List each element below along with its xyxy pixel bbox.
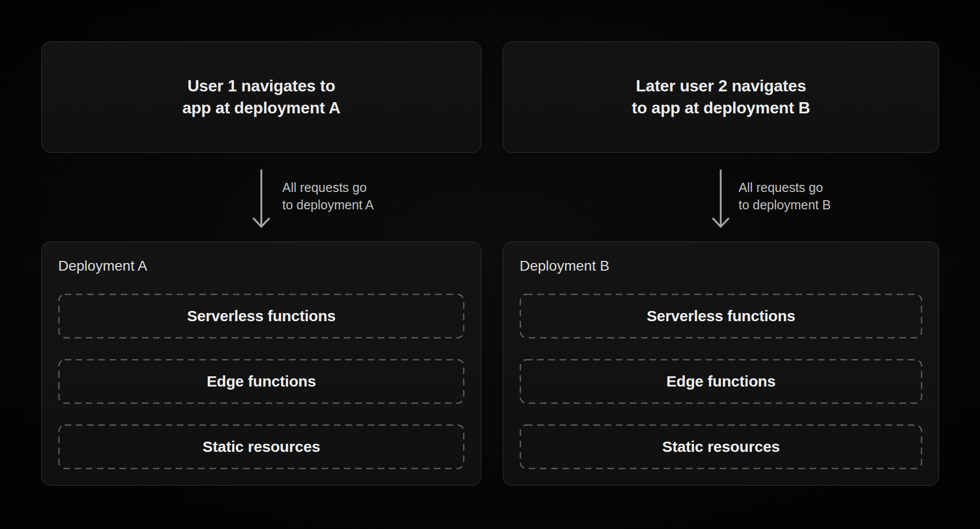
deployment-item-label: Serverless functions [647, 307, 795, 325]
deployment-item-label: Edge functions [207, 373, 316, 390]
arrow-label-b-line1: All requests go [739, 179, 831, 196]
deployment-item-static-resources: Static resources [520, 424, 922, 469]
arrow-label-a-line1: All requests go [282, 179, 374, 196]
deployment-label-a: Deployment A [58, 257, 147, 275]
deployment-item-serverless-functions: Serverless functions [58, 294, 464, 339]
deployment-item-edge-functions: Edge functions [58, 359, 464, 404]
user-navigation-text-b-line2: to app at deployment B [632, 97, 810, 119]
user-navigation-text-a: User 1 navigates to app at deployment A [182, 75, 340, 119]
deployment-a-items: Serverless functions Edge functions Stat… [58, 294, 464, 469]
diagram-canvas: User 1 navigates to app at deployment A … [0, 0, 980, 529]
deployment-item-label: Static resources [203, 438, 320, 455]
deployment-item-static-resources: Static resources [58, 424, 464, 469]
arrow-down-icon [250, 169, 273, 230]
deployment-item-serverless-functions: Serverless functions [520, 294, 922, 339]
arrow-label-b: All requests go to deployment B [739, 179, 831, 213]
deployment-item-label: Serverless functions [187, 307, 335, 325]
user-navigation-text-a-line2: app at deployment A [182, 97, 340, 119]
user-navigation-text-b-line1: Later user 2 navigates [632, 75, 810, 97]
arrow-label-a-line2: to deployment A [282, 196, 374, 213]
deployment-b-items: Serverless functions Edge functions Stat… [520, 294, 922, 469]
arrow-down-icon [709, 169, 732, 230]
deployment-item-label: Static resources [662, 438, 779, 455]
deployment-label-b: Deployment B [520, 257, 609, 275]
arrow-label-a: All requests go to deployment A [282, 179, 374, 213]
user-navigation-box-b: Later user 2 navigates to app at deploym… [503, 41, 939, 153]
user-navigation-text-a-line1: User 1 navigates to [182, 75, 340, 97]
arrow-label-b-line2: to deployment B [739, 196, 831, 213]
deployment-item-label: Edge functions [667, 373, 776, 390]
deployment-item-edge-functions: Edge functions [520, 359, 922, 404]
user-navigation-text-b: Later user 2 navigates to app at deploym… [632, 75, 810, 119]
user-navigation-box-a: User 1 navigates to app at deployment A [41, 41, 481, 153]
